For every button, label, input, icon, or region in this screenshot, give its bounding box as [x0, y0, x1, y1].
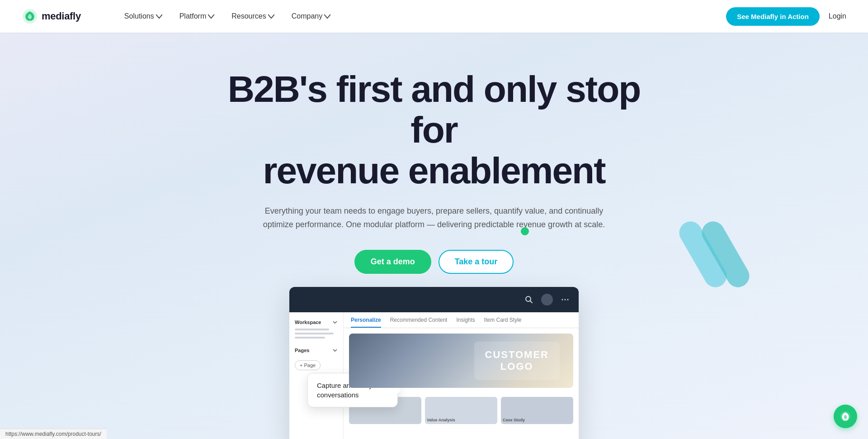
add-page-button[interactable]: + Page: [295, 360, 321, 370]
nav-resources[interactable]: Resources: [224, 9, 281, 24]
take-tour-button[interactable]: Take a tour: [439, 250, 514, 274]
deco-shape-teal: [665, 214, 764, 304]
customer-logo-overlay: CUSTOMER LOGO: [474, 342, 560, 380]
avatar-icon: [541, 293, 553, 306]
tab-recommended[interactable]: Recommended Content: [390, 317, 448, 328]
svg-point-8: [567, 299, 569, 301]
hero-section: B2B's first and only stop for revenue en…: [0, 33, 868, 439]
nav-actions: See Mediafly in Action Login: [726, 7, 846, 26]
fab-button[interactable]: [834, 405, 857, 428]
hero-title: B2B's first and only stop for revenue en…: [208, 69, 660, 191]
thumbnail-2: Value Analysis: [425, 397, 497, 424]
sidebar-content-lines: [295, 329, 338, 339]
app-preview: Workspace Pages: [289, 287, 579, 439]
tab-item-card[interactable]: Item Card Style: [484, 317, 522, 328]
nav-links: Solutions Platform Resources Company: [117, 9, 726, 24]
customer-logo-text: CUSTOMER LOGO: [485, 349, 549, 373]
see-mediafly-button[interactable]: See Mediafly in Action: [726, 7, 820, 26]
mediafly-logo-icon: [22, 8, 38, 24]
sidebar-workspace-header: Workspace: [295, 318, 338, 329]
get-demo-button[interactable]: Get a demo: [354, 250, 431, 274]
svg-rect-3: [698, 217, 753, 291]
nav-company[interactable]: Company: [284, 9, 338, 24]
tab-personalize[interactable]: Personalize: [351, 317, 381, 328]
svg-point-7: [565, 299, 566, 301]
leaf-icon: [840, 410, 851, 422]
logo-link[interactable]: mediafly: [22, 8, 81, 24]
url-status-bar: https://www.mediafly.com/product-tours/: [0, 429, 107, 439]
app-content: Personalize Recommended Content Insights…: [344, 312, 579, 439]
login-button[interactable]: Login: [829, 12, 846, 20]
svg-rect-2: [675, 217, 731, 291]
navigation: mediafly Solutions Platform Resources Co…: [0, 0, 868, 33]
app-preview-container: Capture and analyze conversations: [289, 287, 579, 439]
nav-platform[interactable]: Platform: [172, 9, 222, 24]
logo-text: mediafly: [42, 10, 81, 22]
app-tabs: Personalize Recommended Content Insights…: [344, 312, 579, 328]
more-options-icon[interactable]: [559, 293, 571, 306]
nav-solutions[interactable]: Solutions: [117, 9, 170, 24]
app-topbar: [289, 287, 579, 312]
sidebar-pages-section: Pages + Page: [295, 346, 338, 370]
tab-insights[interactable]: Insights: [456, 317, 475, 328]
svg-point-6: [562, 299, 563, 301]
hero-subtitle: Everything your team needs to engage buy…: [258, 204, 610, 232]
thumbnail-3: Case Study: [501, 397, 573, 424]
search-icon[interactable]: [523, 293, 535, 306]
svg-line-5: [530, 301, 533, 303]
hero-image-panel: CUSTOMER LOGO: [349, 334, 573, 388]
hero-buttons: Get a demo Take a tour: [354, 250, 514, 274]
deco-green-dot: [521, 227, 529, 235]
